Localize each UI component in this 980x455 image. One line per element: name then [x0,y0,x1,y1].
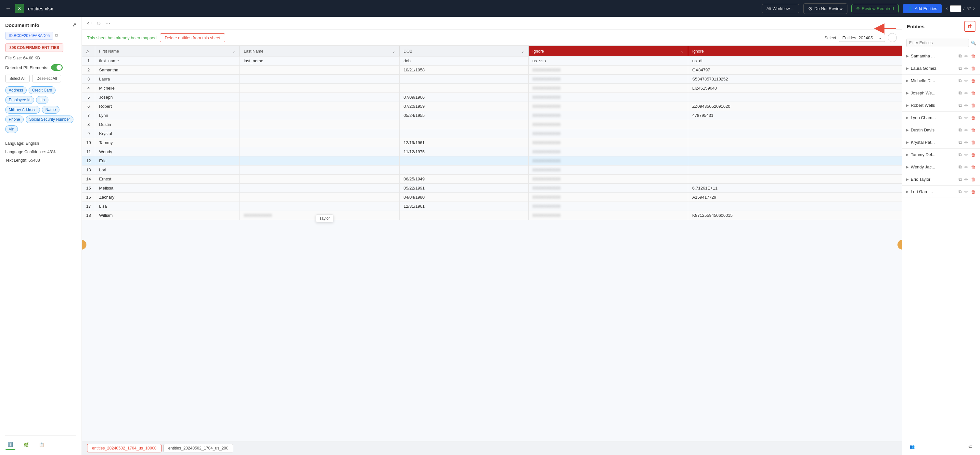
table-cell[interactable]: Tammy [95,138,240,147]
edit-entity-btn[interactable]: ✏ [964,52,969,59]
delete-entity-btn[interactable]: 🗑 [970,114,976,121]
copy-doc-id-icon[interactable]: ⧉ [55,33,58,38]
table-cell[interactable] [240,129,400,138]
delete-entity-btn[interactable]: 🗑 [970,52,976,59]
navigate-right-button[interactable]: → [888,33,897,42]
pii-toggle[interactable] [51,64,63,71]
entity-expand-icon[interactable]: ▶ [906,79,909,82]
edit-entity-btn[interactable]: ✏ [964,176,969,183]
table-cell[interactable]: 11/12/1975 [400,147,529,157]
copy-entity-btn[interactable]: ⧉ [958,77,963,84]
table-cell[interactable]: Eric [95,157,240,165]
entity-expand-icon[interactable]: ▶ [906,141,909,144]
table-cell[interactable]: Lisa [95,202,240,211]
back-button[interactable]: ← [5,5,11,12]
col-ignore-2[interactable]: Ignore [688,46,902,57]
table-cell[interactable]: first_name [95,57,240,65]
table-cell[interactable] [240,202,400,211]
delete-entity-btn[interactable]: 🗑 [970,139,976,146]
table-cell[interactable] [688,138,902,147]
table-cell[interactable]: 6.71261E+11 [688,184,902,193]
copy-entity-btn[interactable]: ⧉ [958,188,963,195]
table-cell[interactable]: 06/25/1949 [400,174,529,184]
table-cell[interactable] [240,184,400,193]
deselect-all-button[interactable]: Deselect All [32,75,61,82]
edit-entity-btn[interactable]: ✏ [964,90,969,97]
table-cell[interactable]: XXXXXXXXXX [528,211,688,220]
table-cell[interactable] [688,93,902,102]
delete-all-entities-button[interactable]: 🗑 [964,21,975,32]
table-cell[interactable]: 04/04/1980 [400,193,529,202]
add-entities-button[interactable]: 👤 Add Entities [903,4,942,13]
prev-page-button[interactable]: ‹ [946,6,948,11]
table-cell[interactable]: Dustin [95,120,240,129]
delete-entity-btn[interactable]: 🗑 [970,127,976,133]
page-number-input[interactable]: 9 [950,5,961,12]
table-cell[interactable] [400,75,529,84]
table-cell[interactable]: 05/22/1991 [400,184,529,193]
alt-workflow-button[interactable]: Alt Workflow ··· [762,4,799,13]
table-cell[interactable] [240,93,400,102]
table-cell[interactable]: Ernest [95,174,240,184]
copy-entity-btn[interactable]: ⧉ [958,127,963,133]
entity-expand-icon[interactable]: ▶ [906,165,909,169]
table-cell[interactable]: last_name [240,57,400,65]
table-cell[interactable] [240,157,400,165]
col-last-name[interactable]: Last Name ⌄ [240,46,400,57]
tag-military-address[interactable]: Military Address [5,106,40,114]
table-cell[interactable] [400,120,529,129]
col-ignore-1[interactable]: Ignore ⌄ [528,46,688,57]
tag-credit-card[interactable]: Credit Card [29,86,56,94]
table-cell[interactable]: ZZ09435052091620 [688,102,902,111]
edit-entity-btn[interactable]: ✏ [964,163,969,170]
entities-dropdown[interactable]: Entities_20240S... ⌄ [838,34,885,42]
tag-address[interactable]: Address [5,86,27,94]
delete-entity-btn[interactable]: 🗑 [970,90,976,97]
table-cell[interactable]: K8712559450606015 [688,211,902,220]
table-cell[interactable] [240,120,400,129]
delete-entity-btn[interactable]: 🗑 [970,163,976,170]
review-required-button[interactable]: ⊕ Review Required [851,4,899,13]
table-cell[interactable]: XXXXXXXXXX [528,65,688,75]
tag-vin[interactable]: Vin [5,125,18,133]
entity-expand-icon[interactable]: ▶ [906,54,909,58]
delete-sheet-button[interactable]: Delete entities from this sheet [160,33,225,42]
info-footer-icon[interactable]: ℹ️ [5,439,16,450]
table-cell[interactable] [240,147,400,157]
delete-entity-btn[interactable]: 🗑 [970,188,976,195]
table-cell[interactable]: 12/19/1961 [400,138,529,147]
copy-entity-btn[interactable]: ⧉ [958,52,963,59]
table-cell[interactable]: Joseph [95,93,240,102]
select-all-button[interactable]: Select All [5,75,30,82]
table-cell[interactable]: XXXXXXXXXX [528,174,688,184]
copy-entity-btn[interactable]: ⧉ [958,163,963,170]
group-icon[interactable]: 👥 [907,441,917,452]
table-cell[interactable]: Robert [95,102,240,111]
table-cell[interactable]: XXXXXXXXXX [528,111,688,120]
table-cell[interactable]: Lynn [95,111,240,120]
entity-expand-icon[interactable]: ▶ [906,153,909,157]
table-cell[interactable] [240,174,400,184]
table-cell[interactable]: XXXXXXXXXX [528,157,688,165]
tag-social-security-number[interactable]: Social Security Number [25,116,73,123]
copy-entity-btn[interactable]: ⧉ [958,102,963,109]
table-cell[interactable]: XXXXXXXXXX [528,193,688,202]
edit-entity-btn[interactable]: ✏ [964,102,969,109]
hierarchy-footer-icon[interactable]: 🌿 [21,439,31,450]
edit-entity-btn[interactable]: ✏ [964,127,969,133]
next-page-button[interactable]: › [973,6,975,11]
col-dob[interactable]: DOB ⌄ [400,46,529,57]
table-cell[interactable]: XXXXXXXXXX [528,93,688,102]
table-cell[interactable] [240,75,400,84]
entity-expand-icon[interactable]: ▶ [906,178,909,181]
table-cell[interactable] [688,129,902,138]
copy-entity-btn[interactable]: ⧉ [958,90,963,97]
table-cell[interactable]: Zachary [95,193,240,202]
table-cell[interactable]: S53478573110252 [688,75,902,84]
table-cell[interactable] [688,147,902,157]
table-cell[interactable]: Samantha [95,65,240,75]
table-cell[interactable] [240,84,400,93]
table-cell[interactable]: Laura [95,75,240,84]
copy-entity-btn[interactable]: ⧉ [958,176,963,183]
edit-entity-btn[interactable]: ✏ [964,151,969,158]
